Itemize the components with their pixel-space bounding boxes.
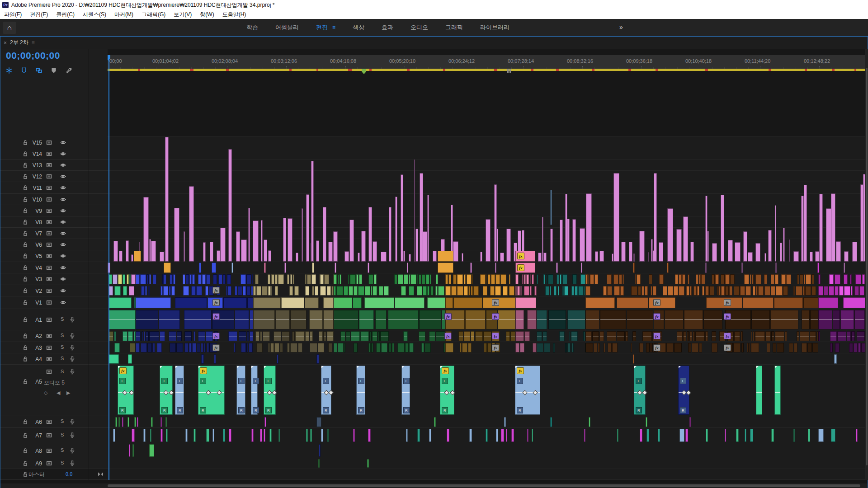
video-clip[interactable] [818, 274, 821, 284]
video-clip[interactable] [213, 274, 217, 284]
audio-clip[interactable] [665, 310, 684, 329]
video-clip[interactable] [134, 251, 141, 262]
video-clip[interactable] [395, 297, 425, 308]
audio-clip[interactable] [177, 331, 182, 341]
volume-rubber-band[interactable] [543, 337, 547, 337]
video-clip[interactable] [186, 274, 189, 284]
audio-clip[interactable] [130, 343, 135, 352]
volume-rubber-band[interactable] [833, 319, 840, 319]
track-name-A8[interactable]: A8 [26, 448, 42, 454]
video-clip[interactable] [384, 286, 389, 296]
video-clip[interactable] [173, 274, 176, 284]
volume-rubber-band[interactable] [516, 337, 524, 337]
volume-rubber-band[interactable] [766, 337, 770, 337]
video-clip[interactable] [854, 286, 859, 296]
video-clip[interactable] [495, 263, 496, 273]
target-icon[interactable] [46, 264, 52, 271]
volume-rubber-band[interactable] [381, 337, 388, 337]
audio-clip[interactable] [646, 343, 650, 352]
solo-button-A3[interactable]: S [61, 344, 64, 350]
video-clip[interactable] [235, 286, 237, 296]
video-clip[interactable] [294, 286, 299, 296]
audio-clip[interactable] [770, 310, 798, 329]
panel-menu-icon[interactable]: ≡ [28, 40, 38, 46]
video-clip[interactable] [183, 286, 189, 296]
audio-clip[interactable] [274, 331, 282, 341]
audio-clip[interactable] [419, 331, 426, 341]
volume-rubber-band[interactable] [373, 337, 377, 337]
volume-rubber-band[interactable] [568, 319, 585, 319]
video-clip-violet[interactable] [629, 242, 632, 262]
video-clip-violet[interactable] [395, 197, 397, 262]
solo-button-A7[interactable]: S [61, 432, 64, 437]
audio-clip[interactable] [425, 343, 431, 352]
workspace-tab-오디오[interactable]: 오디오 [410, 23, 428, 32]
video-clip-violet[interactable] [801, 196, 804, 262]
nest-tool[interactable] [5, 66, 14, 75]
video-clip[interactable] [246, 274, 251, 284]
video-clip-violet[interactable] [659, 242, 663, 262]
audio-clip[interactable] [368, 429, 371, 442]
audio-clip[interactable] [631, 343, 632, 352]
fx-badge[interactable]: fx [492, 333, 499, 339]
menu-마커(M)[interactable]: 마커(M) [110, 10, 137, 19]
volume-rubber-band[interactable] [306, 337, 309, 337]
video-clip-violet[interactable] [586, 193, 592, 262]
video-clip[interactable] [409, 274, 410, 284]
video-clip[interactable] [649, 274, 652, 284]
menu-도움말(H)[interactable]: 도움말(H) [218, 10, 250, 19]
video-clip-violet[interactable] [494, 184, 497, 262]
audio-clip[interactable] [633, 354, 634, 364]
video-clip[interactable] [753, 286, 755, 296]
video-clip-violet[interactable] [780, 243, 782, 262]
fx-badge[interactable]: fx [724, 299, 731, 306]
video-clip[interactable] [829, 286, 834, 296]
video-clip[interactable] [407, 263, 408, 273]
video-clip[interactable] [850, 274, 852, 284]
audio-clip[interactable] [584, 429, 585, 442]
audio-clip[interactable] [773, 343, 776, 352]
volume-rubber-band[interactable] [296, 337, 304, 337]
video-clip[interactable] [327, 286, 331, 296]
video-clip[interactable] [334, 297, 352, 308]
volume-rubber-band[interactable] [706, 337, 708, 337]
eye-icon[interactable] [60, 230, 66, 237]
volume-rubber-band[interactable] [626, 337, 628, 337]
video-clip[interactable] [515, 274, 519, 284]
video-clip[interactable] [562, 286, 564, 296]
audio-clip[interactable] [537, 343, 543, 352]
target-icon[interactable] [46, 184, 52, 191]
video-clip[interactable] [464, 274, 466, 284]
video-clip[interactable] [743, 297, 774, 308]
audio-clip[interactable] [406, 429, 408, 442]
video-clip[interactable] [471, 286, 473, 296]
video-clip-violet[interactable] [143, 197, 149, 262]
video-clip-violet[interactable] [126, 240, 129, 262]
video-clip[interactable] [585, 297, 615, 308]
video-clip-violet[interactable] [358, 253, 359, 262]
keyframe-handle[interactable] [637, 390, 642, 395]
audio-clip[interactable] [160, 331, 165, 341]
volume-rubber-band[interactable] [696, 337, 704, 337]
audio-clip[interactable] [146, 331, 149, 341]
video-clip[interactable] [500, 274, 506, 284]
audio-clip[interactable] [108, 310, 136, 329]
video-clip[interactable] [218, 274, 222, 284]
video-clip-violet[interactable] [844, 251, 849, 262]
video-clip[interactable] [771, 274, 774, 284]
audio-clip[interactable] [134, 417, 136, 427]
volume-rubber-band[interactable] [684, 337, 686, 337]
video-clip-violet[interactable] [349, 220, 354, 262]
video-clip[interactable] [557, 274, 560, 284]
video-clip-violet[interactable] [119, 251, 123, 262]
video-clip[interactable] [851, 286, 853, 296]
audio-clip[interactable] [598, 343, 600, 352]
video-clip[interactable] [312, 286, 314, 296]
video-clip[interactable] [824, 286, 828, 296]
audio-clip[interactable] [327, 429, 329, 442]
video-clip-violet[interactable] [748, 252, 753, 262]
volume-rubber-band[interactable] [665, 319, 683, 319]
audio-clip[interactable] [144, 331, 146, 341]
audio-clip[interactable] [409, 343, 414, 352]
volume-rubber-band[interactable] [251, 392, 257, 393]
